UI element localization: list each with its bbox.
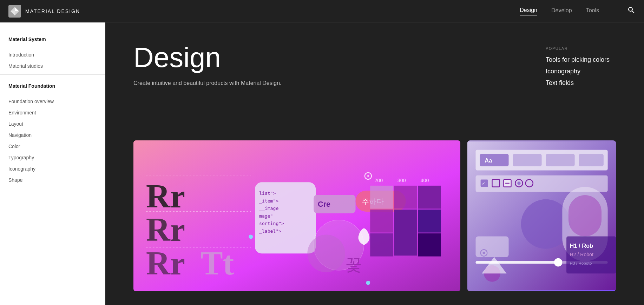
svg-point-32: [307, 235, 345, 272]
sidebar-item-foundation-overview[interactable]: Foundation overview: [8, 96, 97, 107]
brand-name: MATERIAL DESIGN: [25, 8, 80, 14]
svg-point-59: [554, 258, 563, 267]
design-card[interactable]: Rr Rr Rr Tt list"> _item"> __image mage"…: [133, 140, 460, 291]
sidebar-item-shape[interactable]: Shape: [8, 174, 97, 186]
tool-illustration-svg: Aa ✓: [467, 140, 616, 291]
svg-text:_label">: _label">: [259, 228, 281, 234]
tool-card[interactable]: Aa ✓: [467, 140, 616, 291]
svg-text:H1 / Rob: H1 / Rob: [570, 243, 593, 249]
hero-text: Design Create intuitive and beautiful pr…: [133, 44, 282, 86]
svg-text:Aa: Aa: [485, 157, 492, 164]
nav-link-design[interactable]: Design: [520, 7, 537, 15]
svg-point-37: [366, 281, 370, 285]
popular-link-iconography[interactable]: Iconography: [546, 68, 616, 75]
svg-rect-41: [513, 154, 541, 166]
sidebar-items-material-system: Introduction Material studies: [0, 49, 105, 72]
sidebar-item-introduction[interactable]: Introduction: [8, 49, 97, 60]
sidebar-section-material-system: Material System: [0, 31, 105, 49]
design-illustration-svg: Rr Rr Rr Tt list"> _item"> __image mage"…: [133, 140, 460, 291]
sidebar-item-layout[interactable]: Layout: [8, 118, 97, 130]
sidebar-divider-1: [0, 74, 105, 75]
svg-text:Rr: Rr: [146, 245, 185, 282]
svg-text:H3 / Roboto: H3 / Roboto: [570, 261, 592, 265]
svg-rect-26: [370, 210, 393, 233]
sidebar-section-material-foundation: Material Foundation: [0, 78, 105, 96]
sidebar: Material System Introduction Material st…: [0, 22, 105, 305]
svg-rect-29: [370, 233, 393, 257]
nav-link-tools[interactable]: Tools: [586, 7, 599, 15]
sidebar-items-material-foundation: Foundation overview Environment Layout N…: [0, 96, 105, 186]
svg-rect-25: [418, 186, 441, 209]
svg-rect-28: [418, 210, 441, 233]
svg-text:list">: list">: [259, 191, 276, 196]
sidebar-item-navigation[interactable]: Navigation: [8, 130, 97, 141]
svg-text:200: 200: [374, 178, 383, 183]
svg-text:Cre: Cre: [318, 200, 330, 208]
svg-rect-58: [475, 261, 558, 264]
svg-point-35: [367, 175, 369, 177]
sidebar-section-title-material-foundation: Material Foundation: [8, 83, 97, 89]
svg-rect-24: [394, 186, 417, 209]
main-layout: Material System Introduction Material st…: [0, 22, 644, 305]
material-design-logo-icon: [8, 5, 21, 18]
main-content: Design Create intuitive and beautiful pr…: [105, 22, 644, 305]
sidebar-item-typography[interactable]: Typography: [8, 152, 97, 163]
svg-text:Tt: Tt: [201, 245, 234, 282]
sidebar-item-material-studies[interactable]: Material studies: [8, 60, 97, 72]
sidebar-item-iconography[interactable]: Iconography: [8, 163, 97, 174]
cards-section: Rr Rr Rr Tt list"> _item"> __image mage"…: [105, 135, 644, 305]
svg-rect-56: [569, 195, 602, 237]
top-navigation: MATERIAL DESIGN Design Develop Tools: [0, 0, 644, 22]
sidebar-item-environment[interactable]: Environment: [8, 107, 97, 118]
svg-text:sorting">: sorting">: [259, 221, 284, 226]
svg-rect-42: [546, 154, 574, 166]
svg-text:_item">: _item">: [259, 198, 278, 204]
svg-point-52: [517, 181, 520, 185]
sidebar-section-title-material-system: Material System: [8, 37, 97, 42]
search-icon[interactable]: [627, 6, 636, 16]
nav-links: Design Develop Tools: [520, 6, 636, 16]
svg-text:Rr: Rr: [146, 211, 185, 248]
brand-logo[interactable]: MATERIAL DESIGN: [8, 5, 520, 18]
sidebar-item-color[interactable]: Color: [8, 141, 97, 152]
hero-subtitle: Create intuitive and beautiful products …: [133, 80, 282, 86]
svg-rect-27: [394, 210, 417, 256]
svg-rect-30: [418, 233, 441, 257]
nav-link-develop[interactable]: Develop: [551, 7, 572, 15]
svg-text:꽃: 꽃: [345, 255, 362, 274]
popular-link-text-fields[interactable]: Text fields: [546, 79, 616, 87]
svg-text:Rr: Rr: [146, 178, 185, 215]
hero-section: Design Create intuitive and beautiful pr…: [105, 22, 644, 135]
svg-rect-23: [370, 186, 393, 209]
svg-text:__image: __image: [259, 206, 278, 211]
svg-point-68: [482, 252, 485, 254]
svg-text:✓: ✓: [482, 181, 485, 186]
svg-text:400: 400: [420, 178, 429, 183]
svg-point-36: [249, 235, 253, 239]
svg-text:mage": mage": [259, 213, 273, 219]
hero-title: Design: [133, 44, 282, 72]
svg-text:300: 300: [397, 178, 406, 183]
hero-popular: POPULAR Tools for picking colors Iconogr…: [546, 44, 616, 91]
svg-rect-40: [480, 154, 508, 166]
svg-rect-43: [579, 154, 604, 166]
svg-text:H2 / Robot: H2 / Robot: [570, 252, 593, 257]
popular-link-tools-for-picking-colors[interactable]: Tools for picking colors: [546, 56, 616, 64]
popular-label: POPULAR: [546, 46, 616, 51]
